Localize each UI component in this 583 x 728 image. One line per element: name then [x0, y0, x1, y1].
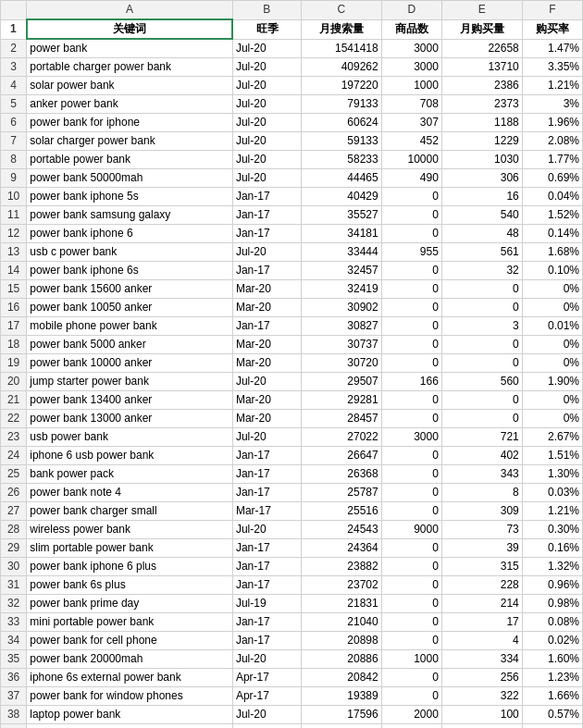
cell-purchase-rate[interactable]: 0% — [522, 354, 582, 373]
cell-purchase-rate[interactable]: 0.30% — [522, 521, 582, 539]
cell-product-count[interactable]: 0 — [381, 502, 441, 521]
cell-monthly-search[interactable]: 32457 — [301, 262, 381, 280]
cell-monthly-search[interactable]: 32419 — [301, 280, 381, 299]
cell-monthly-purchase[interactable]: 561 — [441, 243, 522, 262]
cell-purchase-rate[interactable]: 1.21% — [522, 502, 582, 521]
cell-monthly-purchase[interactable]: 10 — [441, 724, 522, 729]
cell-season[interactable]: Mar-20 — [232, 391, 301, 410]
cell-keyword[interactable]: power bank iphone 6 plus — [27, 558, 233, 576]
cell-season[interactable]: Jan-17 — [232, 632, 301, 650]
cell-product-count[interactable]: 0 — [381, 539, 441, 558]
col-b-header[interactable]: B — [232, 1, 301, 20]
cell-monthly-search[interactable]: 33444 — [301, 243, 381, 262]
cell-monthly-search[interactable]: 58233 — [301, 151, 381, 169]
cell-keyword[interactable]: power bank note 4 — [27, 484, 233, 502]
cell-season[interactable]: Mar-20 — [232, 410, 301, 428]
cell-purchase-rate[interactable]: 1.90% — [522, 373, 582, 391]
cell-season[interactable]: Jul-20 — [232, 132, 301, 151]
cell-keyword[interactable]: mobile phone power bank — [27, 317, 233, 336]
cell-monthly-search[interactable]: 25787 — [301, 484, 381, 502]
cell-season[interactable]: Jan-17 — [232, 262, 301, 280]
col-e-header[interactable]: E — [441, 1, 522, 20]
cell-product-count[interactable]: 0 — [381, 336, 441, 354]
cell-monthly-purchase[interactable]: 13710 — [441, 58, 522, 77]
cell-monthly-purchase[interactable]: 100 — [441, 706, 522, 724]
cell-monthly-search[interactable]: 30737 — [301, 336, 381, 354]
cell-monthly-purchase[interactable]: 334 — [441, 650, 522, 669]
cell-purchase-rate[interactable]: 3.35% — [522, 58, 582, 77]
cell-product-count[interactable]: 166 — [381, 373, 441, 391]
header-keyword[interactable]: 关键词 — [27, 19, 233, 39]
col-f-header[interactable]: F — [522, 1, 582, 20]
cell-season[interactable]: Jul-19 — [232, 595, 301, 613]
cell-keyword[interactable]: power bank 10000 anker — [27, 354, 233, 373]
cell-purchase-rate[interactable]: 1.32% — [522, 558, 582, 576]
cell-purchase-rate[interactable]: 0% — [522, 391, 582, 410]
cell-product-count[interactable]: 955 — [381, 243, 441, 262]
cell-season[interactable]: Jul-20 — [232, 95, 301, 114]
cell-purchase-rate[interactable]: 0.14% — [522, 225, 582, 243]
col-c-header[interactable]: C — [301, 1, 381, 20]
cell-monthly-purchase[interactable]: 39 — [441, 539, 522, 558]
cell-monthly-search[interactable]: 409262 — [301, 58, 381, 77]
cell-keyword[interactable]: power bank for iphone 5s — [27, 724, 233, 729]
cell-monthly-search[interactable]: 35527 — [301, 206, 381, 225]
cell-product-count[interactable]: 0 — [381, 558, 441, 576]
cell-purchase-rate[interactable]: 1.77% — [522, 151, 582, 169]
cell-product-count[interactable]: 307 — [381, 114, 441, 132]
cell-product-count[interactable]: 0 — [381, 391, 441, 410]
cell-keyword[interactable]: power bank charger small — [27, 502, 233, 521]
cell-keyword[interactable]: solar charger power bank — [27, 132, 233, 151]
cell-monthly-search[interactable]: 28457 — [301, 410, 381, 428]
cell-season[interactable]: Jul-20 — [232, 77, 301, 95]
cell-monthly-search[interactable]: 1541418 — [301, 39, 381, 58]
cell-purchase-rate[interactable]: 0.04% — [522, 188, 582, 206]
cell-purchase-rate[interactable]: 0% — [522, 299, 582, 317]
cell-keyword[interactable]: power bank iphone 6s — [27, 262, 233, 280]
cell-season[interactable]: Jul-20 — [232, 521, 301, 539]
cell-purchase-rate[interactable]: 0.57% — [522, 706, 582, 724]
cell-keyword[interactable]: power bank iphone 6 — [27, 225, 233, 243]
cell-product-count[interactable]: 0 — [381, 724, 441, 729]
cell-monthly-purchase[interactable]: 306 — [441, 169, 522, 188]
cell-monthly-purchase[interactable]: 73 — [441, 521, 522, 539]
cell-purchase-rate[interactable]: 2.08% — [522, 132, 582, 151]
cell-monthly-purchase[interactable]: 256 — [441, 669, 522, 687]
cell-season[interactable]: Jan-17 — [232, 206, 301, 225]
cell-product-count[interactable]: 1000 — [381, 77, 441, 95]
cell-monthly-purchase[interactable]: 22658 — [441, 39, 522, 58]
cell-monthly-purchase[interactable]: 315 — [441, 558, 522, 576]
cell-monthly-purchase[interactable]: 3 — [441, 317, 522, 336]
cell-purchase-rate[interactable]: 0.03% — [522, 484, 582, 502]
cell-monthly-purchase[interactable]: 1030 — [441, 151, 522, 169]
cell-season[interactable]: Jul-20 — [232, 373, 301, 391]
cell-purchase-rate[interactable]: 1.47% — [522, 39, 582, 58]
cell-product-count[interactable]: 452 — [381, 132, 441, 151]
cell-monthly-search[interactable]: 30902 — [301, 299, 381, 317]
cell-monthly-purchase[interactable]: 1229 — [441, 132, 522, 151]
cell-product-count[interactable]: 0 — [381, 669, 441, 687]
cell-keyword[interactable]: power bank 6s plus — [27, 576, 233, 595]
cell-monthly-search[interactable]: 29507 — [301, 373, 381, 391]
cell-keyword[interactable]: power bank 10050 anker — [27, 299, 233, 317]
cell-season[interactable]: Jan-17 — [232, 188, 301, 206]
cell-product-count[interactable]: 0 — [381, 465, 441, 484]
cell-season[interactable]: Mar-20 — [232, 336, 301, 354]
cell-monthly-purchase[interactable]: 214 — [441, 595, 522, 613]
cell-purchase-rate[interactable]: 1.96% — [522, 114, 582, 132]
cell-season[interactable]: Jul-20 — [232, 39, 301, 58]
cell-monthly-search[interactable]: 21831 — [301, 595, 381, 613]
cell-keyword[interactable]: wireless power bank — [27, 521, 233, 539]
cell-purchase-rate[interactable]: 1.68% — [522, 243, 582, 262]
cell-monthly-search[interactable]: 19389 — [301, 687, 381, 706]
col-a-header[interactable]: A — [27, 1, 233, 20]
cell-season[interactable]: Jan-17 — [232, 539, 301, 558]
cell-purchase-rate[interactable]: 0.96% — [522, 576, 582, 595]
cell-product-count[interactable]: 10000 — [381, 151, 441, 169]
cell-season[interactable]: Jan-17 — [232, 447, 301, 465]
cell-monthly-purchase[interactable]: 402 — [441, 447, 522, 465]
cell-keyword[interactable]: solar power bank — [27, 77, 233, 95]
cell-keyword[interactable]: power bank 20000mah — [27, 650, 233, 669]
cell-product-count[interactable]: 0 — [381, 280, 441, 299]
cell-monthly-search[interactable]: 25516 — [301, 502, 381, 521]
